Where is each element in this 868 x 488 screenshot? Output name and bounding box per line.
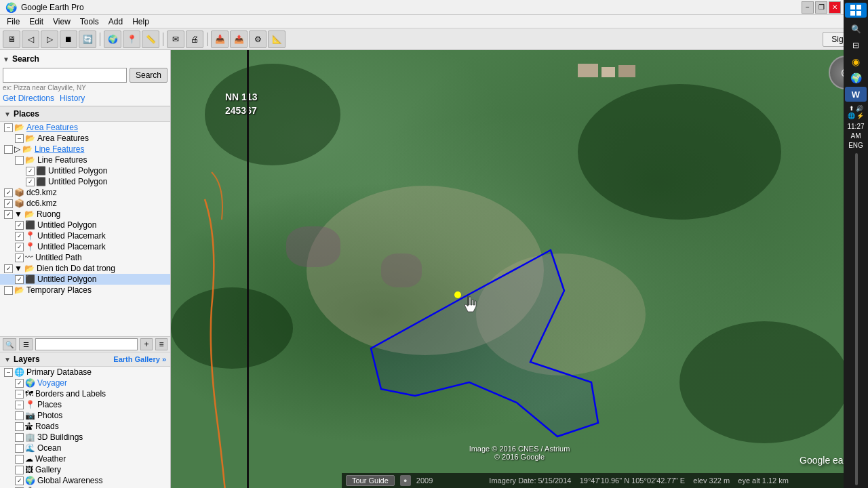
taskbar-word-btn[interactable]: W [845,87,867,102]
layers-search-btn[interactable]: 🔍 [3,338,16,350]
checkbox-gallery[interactable] [15,466,24,474]
checkbox-ruong-pm2[interactable] [15,243,24,251]
menu-add[interactable]: Add [104,16,127,27]
places-header[interactable]: ▼ Places [0,106,170,122]
checkbox-global[interactable] [15,476,24,485]
layers-borders[interactable]: 🗺 Borders and Labels [0,388,170,399]
checkbox-roads[interactable] [15,422,24,431]
checkbox-places-layer[interactable] [15,401,24,409]
taskbar-show-desktop[interactable] [855,153,858,485]
checkbox-area-features-group[interactable] [4,123,13,132]
places-untitled-polygon-1[interactable]: ⬛ Untitled Polygon [0,165,170,176]
checkbox-dc6[interactable] [4,199,13,208]
layers-places[interactable]: 📍 Places [0,399,170,410]
places-area-features-group[interactable]: 📂 Area Features [0,122,170,133]
status-icon-1[interactable]: ● [400,475,411,486]
menu-tools[interactable]: Tools [76,16,103,27]
menu-file[interactable]: File [3,16,24,27]
checkbox-borders[interactable] [15,390,24,399]
close-button[interactable]: ✕ [829,1,841,14]
checkbox-ruong-pm1[interactable] [15,232,24,241]
layers-search-input[interactable] [35,338,138,350]
toolbar-btn-8[interactable]: 📏 [142,30,159,48]
toolbar-btn-12[interactable]: 📤 [230,30,248,48]
layers-primary-db[interactable]: 🌐 Primary Database [0,367,170,378]
toolbar-btn-13[interactable]: ⚙ [249,30,267,48]
places-ruong-placemark2[interactable]: 📍 Untitled Placemark [0,241,170,252]
places-line-features-child[interactable]: 📂 Line Features [0,155,170,165]
map-area[interactable]: NN 113 245367 ⊕ Image © 2016 CNES / Astr… [171,50,868,488]
taskbar-chrome-btn[interactable]: ◉ [845,54,867,69]
toolbar-btn-10[interactable]: 🖨 [186,30,203,48]
toolbar-btn-5[interactable]: 🔄 [79,30,96,48]
menu-help[interactable]: Help [128,16,153,27]
checkbox-3d[interactable] [15,433,24,442]
checkbox-ocean[interactable] [15,444,24,453]
minimize-button[interactable]: − [802,1,814,14]
checkbox-up-sel[interactable] [15,275,24,284]
checkbox-voyager[interactable] [15,379,24,388]
layers-photos[interactable]: 📷 Photos [0,410,170,421]
taskbar-earth-btn[interactable]: 🌍 [845,70,867,85]
layers-roads[interactable]: 🛣 Roads [0,421,170,432]
taskbar-search-btn[interactable]: 🔍 [845,22,867,37]
checkbox-temporary[interactable] [4,286,13,295]
places-line-features-group-label[interactable]: Line Features [35,144,84,154]
checkbox-photos[interactable] [15,411,24,420]
toolbar-btn-14[interactable]: 📐 [268,30,285,48]
checkbox-area-features-child[interactable] [15,134,24,143]
checkbox-weather[interactable] [15,455,24,464]
layers-gallery[interactable]: 🖼 Gallery [0,464,170,475]
tour-guide-button[interactable]: Tour Guide [346,475,395,486]
checkbox-dien-tich[interactable] [4,264,13,273]
taskbar-taskview-btn[interactable]: ⊟ [845,38,867,53]
layers-more-btn[interactable]: ≡ [155,338,167,350]
toolbar-btn-6[interactable]: 🌍 [104,30,121,48]
places-area-features-child[interactable]: 📂 Area Features [0,133,170,144]
places-ruong[interactable]: ▼ 📂 Ruong [0,209,170,220]
checkbox-ruong-poly[interactable] [15,221,24,230]
places-dc9[interactable]: 📦 dc9.kmz [0,187,170,198]
layers-3d[interactable]: 🏢 3D Buildings [0,432,170,443]
layers-weather[interactable]: ☁ Weather [0,453,170,464]
checkbox-dc9[interactable] [4,188,13,197]
menu-edit[interactable]: Edit [25,16,47,27]
checkbox-primary-db[interactable] [4,368,13,377]
checkbox-ruong-path[interactable] [15,253,24,262]
taskbar-clock[interactable]: 11:27 AM ENG [844,121,868,152]
restore-button[interactable]: ❐ [815,1,827,14]
layers-voyager[interactable]: 🌍 Voyager [0,378,170,388]
checkbox-ruong[interactable] [4,210,13,219]
search-header[interactable]: ▼ Search [3,53,167,65]
checkbox-up2[interactable] [26,178,35,186]
checkbox-line-features-group[interactable] [4,145,13,154]
toolbar-btn-9[interactable]: ✉ [167,30,184,48]
layers-ocean[interactable]: 🌊 Ocean [0,443,170,453]
toolbar-btn-11[interactable]: 📥 [211,30,229,48]
layers-list-btn[interactable]: ☰ [19,338,33,350]
places-dc6[interactable]: 📦 dc6.kmz [0,198,170,209]
get-directions-link[interactable]: Get Directions [3,94,54,103]
toolbar-btn-7[interactable]: 📍 [123,30,140,48]
checkbox-line-features-child[interactable] [15,156,24,165]
toolbar-btn-3[interactable]: ▷ [41,30,58,48]
layers-global[interactable]: 🌍 Global Awareness [0,475,170,486]
checkbox-up1[interactable] [26,167,35,176]
menu-view[interactable]: View [49,16,75,27]
toolbar-btn-2[interactable]: ◁ [22,30,39,48]
search-input[interactable] [3,68,127,83]
places-ruong-polygon[interactable]: ⬛ Untitled Polygon [0,220,170,230]
win-start-btn[interactable] [845,3,867,18]
places-dien-tich[interactable]: ▼ 📂 Dien tich Do dat trong [0,263,170,274]
search-button[interactable]: Search [130,68,167,83]
places-area-features-group-label[interactable]: Area Features [26,123,78,132]
places-ruong-placemark1[interactable]: 📍 Untitled Placemark [0,230,170,241]
taskbar-tray-icons[interactable]: ⬆ 🔊 🌐 ⚡ [845,104,867,119]
layers-add-btn[interactable]: + [140,338,153,350]
places-line-features-group[interactable]: ▷ 📂 Line Features [0,144,170,155]
history-link[interactable]: History [60,94,85,103]
earth-gallery-button[interactable]: Earth Gallery » [113,355,166,363]
places-temporary[interactable]: 📂 Temporary Places [0,285,170,296]
toolbar-btn-1[interactable]: 🖥 [3,30,20,48]
places-ruong-path[interactable]: 〰 Untitled Path [0,252,170,263]
